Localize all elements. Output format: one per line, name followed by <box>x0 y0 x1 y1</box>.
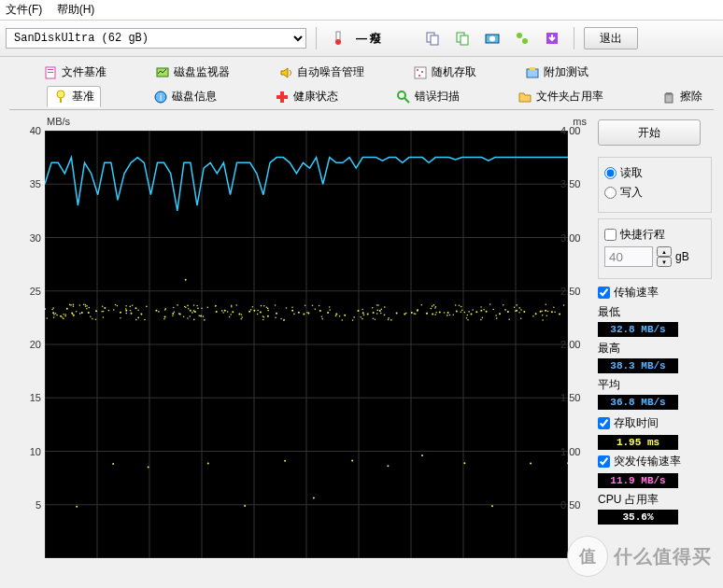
screenshot-icon[interactable] <box>480 26 504 50</box>
quick-checkbox[interactable]: 快捷行程 <box>604 227 705 243</box>
tab-erase[interactable]: 擦除 <box>656 86 708 107</box>
svg-point-273 <box>90 315 92 317</box>
svg-point-238 <box>286 307 288 309</box>
transfer-rate-label: 传输速率 <box>614 285 659 301</box>
thermometer-icon[interactable] <box>326 26 350 50</box>
svg-point-87 <box>291 310 293 312</box>
svg-point-92 <box>319 310 321 312</box>
quick-label: 快捷行程 <box>620 227 665 243</box>
tab-label: 文件夹占用率 <box>536 89 603 105</box>
svg-point-152 <box>432 305 433 307</box>
svg-point-194 <box>241 314 243 315</box>
svg-point-277 <box>417 309 418 311</box>
svg-point-81 <box>248 311 250 313</box>
spin-down[interactable]: ▼ <box>657 257 672 267</box>
svg-point-182 <box>125 305 127 307</box>
svg-point-206 <box>483 309 485 311</box>
svg-point-138 <box>69 304 71 306</box>
svg-point-153 <box>291 307 293 309</box>
svg-point-102 <box>387 465 389 467</box>
tab-random-access[interactable]: 随机存取 <box>407 63 482 82</box>
svg-point-80 <box>244 505 246 507</box>
menu-file[interactable]: 文件(F) <box>6 3 42 16</box>
y-left-tick: 10 <box>9 446 41 457</box>
svg-point-109 <box>432 314 433 315</box>
svg-point-160 <box>222 312 224 314</box>
menu-help[interactable]: 帮助(H) <box>57 3 95 16</box>
tab-disk-monitor[interactable]: 磁盘监视器 <box>149 63 235 82</box>
svg-point-1 <box>335 39 341 45</box>
tab-health[interactable]: 健康状态 <box>269 86 344 107</box>
svg-point-317 <box>85 306 87 308</box>
auto-noise-icon <box>278 65 293 80</box>
y-left-tick: 35 <box>9 178 41 189</box>
svg-point-210 <box>130 306 132 308</box>
tab-auto-noise[interactable]: 自动噪音管理 <box>273 63 370 82</box>
svg-point-240 <box>115 304 117 306</box>
svg-point-301 <box>496 317 498 319</box>
svg-point-264 <box>554 312 556 314</box>
svg-point-52 <box>60 315 62 317</box>
y-right-tick: 2.50 <box>560 286 588 297</box>
drive-select[interactable]: SanDiskUltra (62 gB) <box>6 28 306 49</box>
svg-point-310 <box>158 311 160 313</box>
svg-point-169 <box>53 314 55 315</box>
svg-point-320 <box>231 305 233 307</box>
svg-point-241 <box>193 319 195 321</box>
svg-point-286 <box>547 311 549 313</box>
svg-point-235 <box>51 309 53 311</box>
burst-checkbox[interactable]: 突发传输速率 <box>598 454 712 469</box>
tab-label: 自动噪音管理 <box>297 64 364 80</box>
access-time-checkbox[interactable]: 存取时间 <box>598 415 712 431</box>
svg-point-302 <box>467 315 469 316</box>
copy-info-icon[interactable] <box>450 26 475 50</box>
y-right-tick: 1.50 <box>560 392 588 403</box>
svg-point-129 <box>567 462 568 464</box>
tab-benchmark[interactable]: 基准 <box>47 86 101 107</box>
transfer-rate-checkbox[interactable]: 传输速率 <box>598 285 712 301</box>
svg-point-247 <box>329 306 331 308</box>
svg-point-131 <box>193 304 195 306</box>
svg-point-76 <box>216 311 218 313</box>
svg-rect-5 <box>461 35 468 45</box>
svg-point-303 <box>515 310 517 312</box>
svg-point-307 <box>461 309 463 311</box>
options-icon[interactable] <box>510 26 534 50</box>
svg-rect-26 <box>276 95 288 99</box>
tab-addon-test[interactable]: 附加测试 <box>519 63 594 82</box>
svg-rect-3 <box>431 35 438 45</box>
save-icon[interactable] <box>540 26 564 50</box>
read-radio[interactable]: 读取 <box>604 165 705 181</box>
svg-point-223 <box>130 310 132 312</box>
svg-point-133 <box>433 304 435 306</box>
y-right-tick: 0.50 <box>560 499 588 511</box>
svg-point-175 <box>236 304 238 306</box>
spin-up[interactable]: ▲ <box>657 246 672 257</box>
svg-point-266 <box>381 309 383 311</box>
tab-label: 磁盘监视器 <box>174 64 230 80</box>
write-label: 写入 <box>620 185 643 201</box>
svg-point-319 <box>455 304 457 306</box>
svg-point-293 <box>191 312 193 314</box>
svg-point-188 <box>467 319 469 321</box>
svg-point-88 <box>298 312 300 314</box>
svg-point-272 <box>542 315 544 316</box>
tab-disk-info[interactable]: i磁盘信息 <box>148 86 222 107</box>
svg-rect-19 <box>527 69 538 77</box>
svg-point-95 <box>344 315 346 316</box>
exit-button[interactable]: 退出 <box>584 27 638 49</box>
cpu-value: 35.6% <box>598 510 678 525</box>
svg-rect-13 <box>48 72 53 73</box>
tab-file-base[interactable]: 文件基准 <box>37 63 112 82</box>
disk-monitor-icon <box>155 65 170 80</box>
tab-folder-usage[interactable]: 文件夹占用率 <box>512 86 609 107</box>
write-radio[interactable]: 写入 <box>604 185 705 201</box>
quick-size-input[interactable] <box>604 246 653 267</box>
svg-point-189 <box>293 314 295 315</box>
tab-error-scan[interactable]: 错误扫描 <box>390 86 465 107</box>
start-button[interactable]: 开始 <box>598 119 701 146</box>
copy-results-icon[interactable] <box>420 26 445 50</box>
svg-point-265 <box>241 316 243 318</box>
svg-point-107 <box>421 455 423 456</box>
svg-point-249 <box>103 316 105 318</box>
